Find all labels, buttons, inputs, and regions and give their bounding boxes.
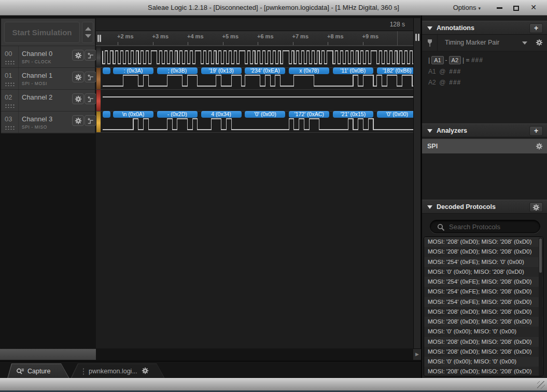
channel-drag-handle[interactable] — [5, 60, 16, 64]
protocol-row[interactable]: MOSI: '0' (0x00); MISO: '0' (0x00) — [424, 327, 543, 337]
vscroll-grip[interactable] — [415, 34, 417, 41]
marker-a2-chip[interactable]: A2 — [449, 56, 461, 64]
protocol-search-box[interactable] — [430, 220, 540, 233]
channel-scroll-stepper[interactable] — [82, 22, 93, 43]
protocol-row[interactable]: MOSI: '208' (0xD0); MISO: '208' (0xD0) — [424, 347, 543, 357]
tab-file[interactable]: pwnkemon.logi... — [71, 363, 165, 379]
spi-mosi-decode-bubble[interactable]: ; (0x3B) — [157, 67, 198, 74]
title-bar[interactable]: Saleae Logic 1.2.18 - [Disconnected] - [… — [0, 0, 547, 16]
channel-trigger-button[interactable] — [85, 50, 96, 61]
analyzer-item-spi[interactable]: SPI — [422, 138, 547, 154]
waveform-viewport[interactable]: 128 s +2 ms+3 ms+4 ms+5 ms+6 ms+7 ms+8 m… — [96, 18, 413, 348]
annotations-header[interactable]: Annotations + — [422, 21, 547, 35]
collapse-caret-icon[interactable] — [427, 26, 432, 30]
spi-mosi-decode-bubble[interactable]: '11' (0x0B) — [333, 67, 373, 74]
protocol-row[interactable]: MOSI: '254' (0xFE); MISO: '208' (0xD0) — [424, 277, 543, 287]
decoded-protocol-list[interactable]: MOSI: '208' (0xD0); MISO: '208' (0xD0)MO… — [424, 236, 543, 376]
spi-mosi-wave — [103, 75, 413, 86]
side-panel: Annotations + Timing Marker Pair |A1-A2|… — [421, 16, 547, 378]
protocol-row[interactable]: MOSI: '208' (0xD0); MISO: '208' (0xD0) — [424, 367, 543, 376]
collapse-caret-icon[interactable] — [427, 129, 432, 133]
spi-miso-decode-bubble[interactable]: - (0x2D) — [157, 111, 198, 118]
channel-drag-handle[interactable] — [5, 104, 16, 108]
channel-trigger-button[interactable] — [85, 115, 96, 126]
channel-row-02[interactable]: 02Channel 2 — [1, 90, 95, 111]
channel-settings-button[interactable] — [72, 93, 84, 104]
resize-grip-icon[interactable] — [537, 381, 545, 389]
ruler-left-grip2[interactable] — [100, 35, 101, 42]
marker-dropdown-icon[interactable] — [522, 41, 527, 45]
start-simulation-button[interactable]: Start Simulation — [4, 22, 80, 43]
channel-settings-button[interactable] — [72, 72, 84, 82]
protocol-row[interactable]: MOSI: '208' (0xD0); MISO: '208' (0xD0) — [424, 237, 543, 247]
scroll-right-icon[interactable]: ▶ — [413, 348, 421, 360]
ruler-tick-mark — [188, 42, 188, 45]
time-ruler[interactable]: +2 ms+3 ms+4 ms+5 ms+6 ms+7 ms+8 ms+9 ms — [96, 31, 413, 46]
tab-gear-icon[interactable] — [142, 367, 149, 376]
caret-down-icon: ▾ — [478, 6, 481, 11]
protocol-row[interactable]: MOSI: '254' (0xFE); MISO: '208' (0xD0) — [424, 287, 543, 297]
channel-index: 01 — [5, 72, 12, 79]
tab-drag-handle[interactable] — [82, 368, 85, 375]
protocol-row[interactable]: MOSI: '208' (0xD0); MISO: '208' (0xD0) — [424, 337, 543, 347]
spi-miso-decode-bubble[interactable]: '172' (0xAC) — [289, 111, 329, 118]
add-annotation-button[interactable]: + — [529, 23, 543, 33]
channel-settings-button[interactable] — [72, 115, 84, 126]
spi-mosi-decode-bubble[interactable]: x (0x78) — [289, 67, 329, 74]
spi-mosi-decode-bubble[interactable] — [103, 67, 110, 74]
tab-capture[interactable]: Capture — [7, 363, 69, 379]
channel-drag-handle[interactable] — [5, 82, 16, 86]
spi-miso-decode-bubble[interactable]: '21' (0x15) — [333, 111, 373, 118]
spi-miso-decode-bubble[interactable]: '0' (0x00) — [245, 111, 285, 118]
scroll-up-icon[interactable] — [85, 27, 91, 31]
list-scroll-thumb[interactable] — [539, 239, 542, 273]
channel-drag-handle[interactable] — [5, 125, 16, 130]
marker-gear-icon[interactable] — [536, 39, 543, 48]
spi-miso-decode-bubble[interactable]: '0' (0x00) — [377, 111, 413, 118]
divider — [18, 68, 19, 89]
maximize-button[interactable] — [509, 0, 523, 15]
protocol-row[interactable]: MOSI: '208' (0xD0); MISO: '208' (0xD0) — [424, 317, 543, 327]
decoded-settings-button[interactable] — [529, 202, 543, 212]
protocol-row[interactable]: MOSI: '254' (0xFE); MISO: '0' (0x00) — [424, 257, 543, 267]
options-menu[interactable]: Options▾ — [453, 0, 481, 15]
channel-row-03[interactable]: 03Channel 3SPI - MISO — [1, 111, 95, 133]
spi-miso-decode-bubble[interactable] — [103, 111, 110, 118]
analyzers-header[interactable]: Analyzers + — [422, 123, 547, 137]
decoded-protocols-header[interactable]: Decoded Protocols — [422, 200, 547, 214]
channel-trigger-button[interactable] — [85, 72, 96, 82]
marker-a1-chip[interactable]: A1 — [431, 56, 443, 64]
ruler-tick-label: +4 ms — [187, 33, 204, 39]
spi-mosi-decode-bubble[interactable]: '234' (0xEA) — [245, 67, 285, 74]
search-input[interactable] — [449, 221, 536, 232]
timing-marker-row[interactable]: Timing Marker Pair — [422, 35, 547, 51]
channel-row-01[interactable]: 01Channel 1SPI - MOSI — [1, 68, 95, 90]
protocol-row[interactable]: MOSI: '0' (0x00); MISO: '0' (0x00) — [424, 357, 543, 367]
minimize-button[interactable] — [492, 0, 507, 15]
analyzers-header-label: Analyzers — [437, 124, 467, 137]
channel-settings-button[interactable] — [72, 50, 84, 61]
waveform-canvas[interactable]: : (0x3A); (0x3B)'19' (0x13)'234' (0xEA)x… — [96, 46, 413, 133]
protocol-row[interactable]: MOSI: '208' (0xD0); MISO: '208' (0xD0) — [424, 307, 543, 317]
list-scrollbar[interactable] — [539, 237, 542, 376]
vscroll-grip2[interactable] — [418, 34, 419, 41]
scroll-down-icon[interactable] — [85, 34, 91, 38]
collapse-caret-icon[interactable] — [427, 205, 432, 209]
marker-pin-box — [422, 35, 438, 51]
spi-mosi-decode-bubble[interactable]: : (0x3A) — [113, 67, 153, 74]
protocol-row[interactable]: MOSI: '0' (0x00); MISO: '208' (0xD0) — [424, 267, 543, 277]
channel-row-00[interactable]: 00Channel 0SPI - CLOCK — [1, 46, 95, 68]
spi-mosi-decode-bubble[interactable]: '19' (0x13) — [201, 67, 242, 74]
protocol-row[interactable]: MOSI: '208' (0xD0); MISO: '208' (0xD0) — [424, 247, 543, 257]
capture-overview-bar[interactable]: 128 s — [96, 18, 413, 31]
ruler-left-grip[interactable] — [97, 35, 99, 42]
protocol-row[interactable]: MOSI: '254' (0xFE); MISO: '208' (0xD0) — [424, 297, 543, 307]
vertical-scrollbar[interactable] — [413, 18, 421, 348]
spi-miso-decode-bubble[interactable]: 4 (0x34) — [201, 111, 242, 118]
spi-mosi-decode-bubble[interactable]: '182' (0xB6) — [377, 67, 413, 74]
analyzer-gear-icon[interactable] — [536, 143, 543, 152]
add-analyzer-button[interactable]: + — [529, 126, 543, 136]
close-button[interactable]: ✕ — [526, 0, 541, 15]
channel-trigger-button[interactable] — [85, 93, 96, 104]
spi-miso-decode-bubble[interactable]: \n (0x0A) — [113, 111, 153, 118]
